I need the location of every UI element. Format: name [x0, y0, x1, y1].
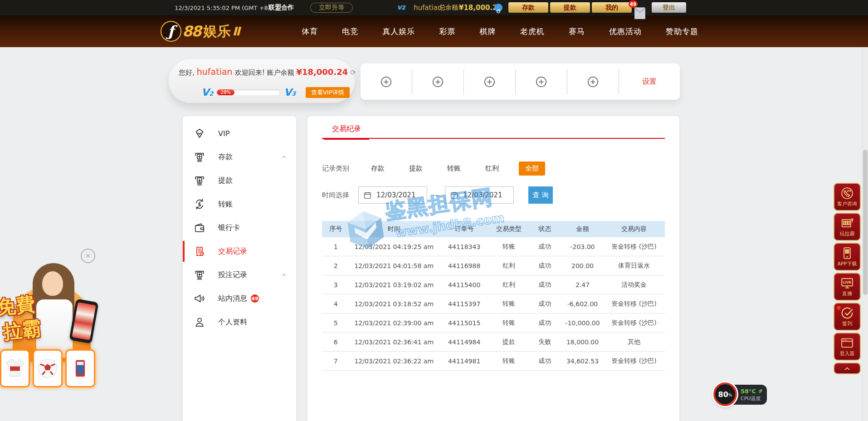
sidebar: VIP存款提款转账银行卡交易记录投注记录站内消息49个人资料: [183, 116, 296, 421]
sidebar-item-deposit[interactable]: 存款: [183, 145, 296, 169]
prize-soccer-ball[interactable]: [33, 349, 63, 387]
float-button-customer-service[interactable]: 24客户咨询: [834, 183, 861, 211]
upgrade-button[interactable]: 立即升等: [310, 3, 353, 13]
vip-progress: V2 28% V3 查看VIP详情: [201, 87, 350, 98]
nav-item-promotions[interactable]: 优惠活动: [609, 26, 642, 37]
promo-banner[interactable]: 免費 拉霸: [0, 263, 109, 399]
nav-item-sponsorship[interactable]: 赞助专题: [666, 26, 698, 37]
sidebar-item-bet-record[interactable]: 投注记录: [183, 263, 296, 287]
mine-button[interactable]: 我的: [592, 2, 632, 13]
refresh-icon[interactable]: [494, 4, 502, 12]
plus-circle-icon: [380, 76, 392, 88]
quick-add-slot-1[interactable]: [361, 69, 412, 94]
cell-no: 6: [322, 333, 349, 352]
deposit-button[interactable]: 存款: [508, 2, 548, 13]
float-button-app-download[interactable]: APP下载: [834, 243, 861, 271]
promo-close-icon[interactable]: ✕: [81, 249, 95, 263]
nav-item-slots[interactable]: 老虎机: [520, 26, 545, 37]
column-header: 时间: [349, 221, 439, 237]
nav-item-esports[interactable]: 电竞: [342, 26, 358, 37]
plus-circle-icon: [535, 76, 547, 88]
nav-item-horse-racing[interactable]: 赛马: [569, 26, 585, 37]
float-button-label: 玩拉霸: [840, 230, 855, 237]
prize-jersey[interactable]: [0, 349, 30, 387]
alliance-link[interactable]: 联盟合作: [268, 0, 294, 15]
cell-no: 1: [322, 237, 349, 256]
cell-desc: 其他: [603, 333, 665, 352]
date-separator: —: [433, 191, 439, 199]
svg-text:7: 7: [848, 222, 850, 225]
withdraw-button[interactable]: 提款: [550, 2, 590, 13]
plus-circle-icon: [587, 76, 599, 88]
float-button-label: APP下载: [838, 260, 857, 267]
scrollbar-track[interactable]: [862, 47, 868, 421]
site-logo[interactable]: ƒ 88 娱乐 Ⅱ: [161, 21, 240, 42]
nav-item-live-casino[interactable]: 真人娱乐: [382, 26, 415, 37]
sidebar-item-transfer[interactable]: 转账: [183, 192, 296, 216]
sidebar-item-site-message[interactable]: 站内消息49: [183, 287, 296, 310]
cpu-temperature: 58°C: [741, 388, 756, 395]
table-row: 312/03/2021 03:19:02 am44115400红利成功2.47活…: [322, 275, 665, 294]
datetime-text: 12/3/2021 5:35:02 PM (GMT +8): [175, 0, 270, 15]
date-to-input[interactable]: 12/03/2021: [445, 186, 514, 204]
float-button-launcher[interactable]: 登入器: [834, 333, 861, 361]
cpu-usage-gauge: 80 %: [713, 382, 737, 406]
nav-item-lottery[interactable]: 彩票: [439, 26, 455, 37]
quick-add-slot-5[interactable]: [567, 69, 619, 94]
filter-all[interactable]: 全部: [519, 162, 545, 176]
tab-transaction-records[interactable]: 交易纪录: [324, 122, 369, 140]
filter-withdraw[interactable]: 提款: [405, 162, 427, 176]
float-button-live[interactable]: LIVE直播: [834, 273, 861, 301]
quick-add-slot-4[interactable]: [516, 69, 567, 94]
nav-item-board-games[interactable]: 棋牌: [480, 26, 496, 37]
table-header-row: 序号时间订单号交易类型状态金额交易内容: [322, 221, 665, 237]
logout-button[interactable]: 登出: [652, 2, 686, 13]
float-button-slot-play[interactable]: 777玩拉霸: [834, 213, 861, 241]
sidebar-item-label: 站内消息: [218, 294, 247, 304]
scrollbar-thumb[interactable]: [863, 150, 868, 295]
date-from-input[interactable]: 12/03/2021: [358, 186, 427, 204]
cell-status: 成功: [528, 237, 562, 256]
balance-refresh-icon[interactable]: ⟳: [350, 69, 356, 77]
quick-add-slot-2[interactable]: [412, 69, 464, 94]
launcher-icon: [840, 336, 854, 350]
sidebar-item-transaction-record[interactable]: 交易记录: [183, 240, 296, 263]
filter-deposit[interactable]: 存款: [366, 162, 389, 176]
vip-level-badge: V2: [397, 0, 405, 15]
cell-status: 成功: [528, 313, 562, 333]
nav-menu: 体育电竞真人娱乐彩票棋牌老虎机赛马优惠活动赞助专题: [302, 15, 698, 47]
column-header: 交易内容: [603, 221, 665, 237]
category-filter-row: 记录类别 存款提款转账红利全部: [322, 162, 665, 176]
table-row: 512/03/2021 02:39:00 am44115015转账成功-10,0…: [322, 313, 665, 333]
cell-desc: 资金转移 (沙巴): [603, 237, 665, 256]
cell-amount: 2.47: [562, 275, 603, 294]
cell-amount: -10,000.00: [562, 313, 603, 333]
quick-add-slot-3[interactable]: [464, 69, 516, 94]
sidebar-item-bank-card[interactable]: 银行卡: [183, 216, 296, 240]
logo-name: 娱乐: [204, 22, 231, 41]
search-button[interactable]: 查 询: [528, 186, 553, 204]
cell-desc: 体育日返水: [603, 256, 665, 275]
cell-order: 44115397: [439, 294, 490, 313]
cell-status: 成功: [528, 275, 562, 294]
float-button-check-in[interactable]: 签到: [834, 303, 861, 331]
cell-amount: -6,602.00: [562, 294, 603, 313]
sidebar-item-label: 转账: [218, 200, 233, 209]
nav-item-sports[interactable]: 体育: [302, 26, 318, 37]
cell-time: 12/03/2021 04:19:25 am: [349, 237, 439, 256]
filter-transfer[interactable]: 转账: [443, 162, 465, 176]
cell-order: 44114981: [439, 352, 490, 371]
sidebar-item-profile[interactable]: 个人资料: [183, 310, 296, 334]
sidebar-item-vip[interactable]: VIP: [183, 122, 296, 145]
vip-detail-button[interactable]: 查看VIP详情: [306, 87, 350, 98]
float-button-label: 直播: [842, 290, 852, 297]
category-label: 记录类别: [322, 164, 349, 173]
cell-time: 12/03/2021 04:01:58 am: [349, 256, 439, 275]
settings-button[interactable]: 设置: [619, 77, 680, 87]
filter-bonus[interactable]: 红利: [481, 162, 503, 176]
cell-amount: 200.00: [562, 256, 603, 275]
sidebar-item-label: 存款: [218, 152, 233, 162]
prize-phone[interactable]: [65, 349, 95, 387]
collapse-button[interactable]: [834, 362, 861, 374]
sidebar-item-withdraw[interactable]: 提款: [183, 169, 296, 192]
